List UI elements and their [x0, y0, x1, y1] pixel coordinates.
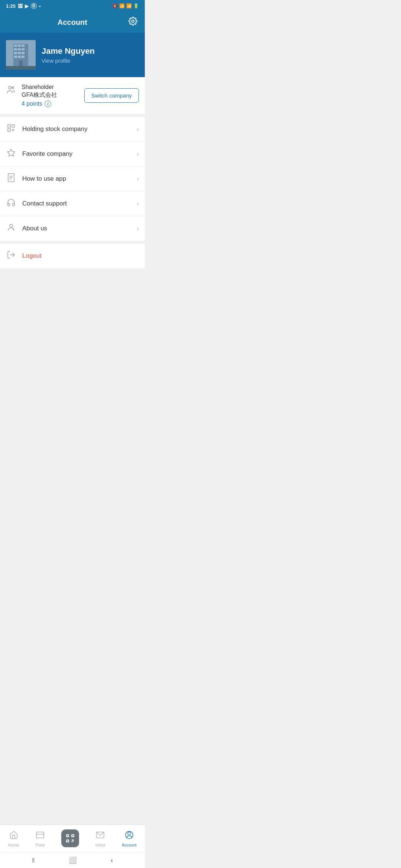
logout-item[interactable]: Logout [0, 244, 145, 268]
status-time: 1:25 [6, 3, 16, 9]
document-icon [6, 173, 16, 184]
profile-name: Jame Nguyen [42, 46, 139, 56]
svg-rect-14 [22, 56, 25, 58]
signal-icon: 📶 [126, 3, 132, 9]
svg-rect-4 [18, 45, 21, 47]
status-bar: 1:25 🖼 ▶ B • 🔇 📶 📶 🔋 [0, 0, 145, 12]
svg-rect-16 [6, 66, 36, 70]
wifi-icon: 📶 [119, 3, 125, 9]
company-points: 4 points i [22, 101, 57, 107]
youtube-icon: ▶ [25, 3, 29, 9]
company-name: GFA株式会社 [22, 91, 57, 99]
page-title: Account [58, 18, 87, 27]
shareholder-icon [6, 85, 16, 97]
svg-point-0 [132, 20, 134, 22]
contact-support-label: Contact support [22, 200, 67, 207]
person-icon [6, 223, 16, 234]
svg-rect-7 [18, 48, 21, 50]
dot-icon: • [39, 3, 41, 9]
svg-rect-8 [22, 48, 25, 50]
menu-item-about-us[interactable]: About us › [0, 216, 145, 241]
holding-stock-label: Holding stock company [22, 125, 88, 133]
chevron-right-icon: › [137, 125, 139, 133]
view-profile-link[interactable]: View profile [42, 57, 139, 64]
menu-item-holding-stock[interactable]: Holding stock company › [0, 117, 145, 142]
chevron-right-icon: › [137, 150, 139, 158]
info-icon[interactable]: i [45, 101, 51, 107]
photo-icon: 🖼 [18, 3, 23, 9]
battery-icon: 🔋 [133, 3, 139, 9]
headset-icon [6, 198, 16, 209]
svg-rect-12 [14, 56, 17, 58]
favorite-company-label: Favorite company [22, 150, 72, 158]
points-value: 4 points [22, 101, 42, 107]
logout-section: Logout [0, 244, 145, 268]
company-role: Shareholder [22, 84, 57, 91]
about-us-label: About us [22, 225, 47, 232]
profile-info: Jame Nguyen View profile [42, 46, 139, 64]
company-section: Shareholder GFA株式会社 4 points i Switch co… [0, 77, 145, 114]
header: Account [0, 12, 145, 33]
svg-rect-5 [22, 45, 25, 47]
status-left: 1:25 🖼 ▶ B • [6, 3, 41, 9]
menu-item-how-to-use[interactable]: How to use app › [0, 167, 145, 191]
chevron-right-icon: › [137, 225, 139, 233]
svg-rect-20 [12, 125, 14, 127]
svg-rect-10 [18, 52, 21, 54]
svg-point-27 [10, 224, 13, 227]
how-to-use-label: How to use app [22, 175, 66, 183]
logout-icon [6, 250, 16, 262]
building-icon [6, 124, 16, 135]
switch-company-button[interactable]: Switch company [84, 88, 139, 103]
svg-point-28 [13, 229, 14, 230]
b-icon: B [31, 3, 37, 9]
settings-icon[interactable] [128, 17, 137, 28]
svg-rect-6 [14, 48, 17, 50]
menu-item-contact-support[interactable]: Contact support › [0, 191, 145, 216]
status-right: 🔇 📶 📶 🔋 [112, 3, 139, 9]
svg-point-17 [9, 86, 11, 89]
svg-rect-21 [8, 129, 10, 131]
mute-icon: 🔇 [112, 3, 118, 9]
svg-rect-11 [22, 52, 25, 54]
menu-list: Holding stock company › Favorite company… [0, 117, 145, 241]
profile-section: Jame Nguyen View profile [0, 33, 145, 77]
svg-marker-22 [7, 149, 15, 156]
company-left: Shareholder GFA株式会社 4 points i [6, 84, 57, 107]
star-icon [6, 148, 16, 160]
chevron-right-icon: › [137, 175, 139, 183]
logout-label: Logout [22, 252, 42, 260]
menu-item-favorite-company[interactable]: Favorite company › [0, 142, 145, 167]
chevron-right-icon: › [137, 200, 139, 208]
profile-image [6, 40, 36, 70]
company-info: Shareholder GFA株式会社 4 points i [22, 84, 57, 107]
svg-rect-19 [8, 125, 10, 127]
svg-rect-9 [14, 52, 17, 54]
svg-rect-13 [18, 56, 21, 58]
svg-rect-3 [14, 45, 17, 47]
svg-point-18 [12, 87, 14, 89]
